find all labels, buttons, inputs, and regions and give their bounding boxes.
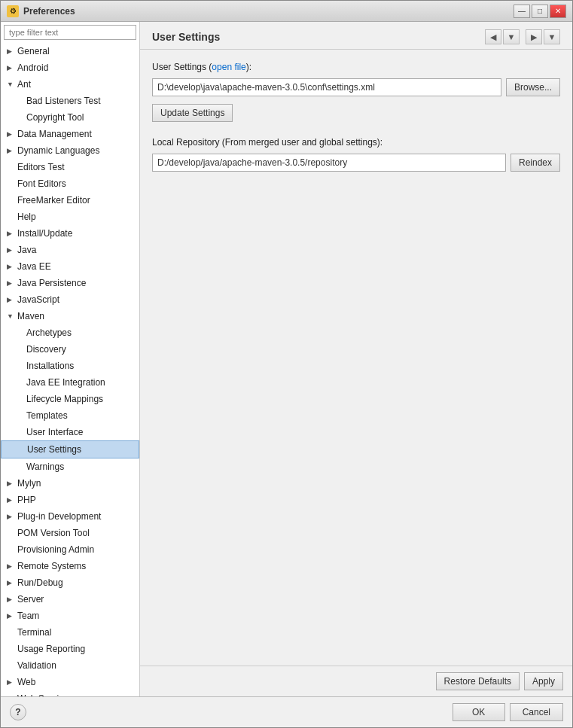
sidebar-item-warnings[interactable]: Warnings <box>1 458 139 475</box>
sidebar-item-run-debug[interactable]: ▶Run/Debug <box>1 574 139 591</box>
sidebar-item-java[interactable]: ▶Java <box>1 242 139 258</box>
close-button[interactable]: ✕ <box>550 5 566 18</box>
settings-path-input[interactable] <box>152 78 501 96</box>
sidebar-item-plugin-dev[interactable]: ▶Plug-in Development <box>1 508 139 525</box>
sidebar-item-java-ee[interactable]: ▶Java EE <box>1 258 139 275</box>
sidebar-item-ant[interactable]: ▼Ant <box>1 76 139 93</box>
arrow-icon: ▶ <box>7 243 14 257</box>
window-title: Preferences <box>23 6 514 17</box>
minimize-button[interactable]: — <box>514 5 530 18</box>
apply-button[interactable]: Apply <box>524 672 563 690</box>
panel-body: User Settings (open file): Browse... Upd… <box>140 50 572 666</box>
arrow-icon: ▶ <box>7 609 14 623</box>
browse-button[interactable]: Browse... <box>506 78 560 96</box>
forward-nav-button[interactable]: ▶ <box>526 29 542 44</box>
arrow-icon: ▶ <box>7 44 14 58</box>
arrow-icon: ▶ <box>7 144 14 157</box>
forward-button[interactable]: ▼ <box>503 29 520 44</box>
sidebar-item-freemarker[interactable]: FreeMarker Editor <box>1 192 139 209</box>
tree: ▶General ▶Android ▼Ant Bad Listeners Tes… <box>1 43 139 696</box>
sidebar-item-web-services[interactable]: ▶Web Services <box>1 690 139 696</box>
panel-header: User Settings ◀ ▼ ▶ ▼ <box>140 22 572 50</box>
sidebar-item-dynamic-lang[interactable]: ▶Dynamic Languages <box>1 142 139 159</box>
footer-right: OK Cancel <box>453 703 563 721</box>
sidebar-item-usage-reporting[interactable]: Usage Reporting <box>1 641 139 657</box>
user-settings-label: User Settings (open file): <box>152 62 560 72</box>
sidebar-item-general[interactable]: ▶General <box>1 43 139 59</box>
sidebar-item-install-update[interactable]: ▶Install/Update <box>1 225 139 242</box>
footer-bar: ? OK Cancel <box>1 696 572 727</box>
repo-path-row: Reindex <box>152 154 560 172</box>
sidebar-item-lifecycle[interactable]: Lifecycle Mappings <box>1 391 139 407</box>
back-button[interactable]: ◀ <box>485 29 501 44</box>
sidebar-item-javascript[interactable]: ▶JavaScript <box>1 291 139 308</box>
maximize-button[interactable]: □ <box>532 5 548 18</box>
user-settings-label-text: User Settings ( <box>152 62 212 72</box>
sidebar-item-php[interactable]: ▶PHP <box>1 492 139 508</box>
arrow-icon: ▶ <box>7 61 14 75</box>
restore-defaults-button[interactable]: Restore Defaults <box>436 672 520 690</box>
sidebar-item-templates[interactable]: Templates <box>1 407 139 424</box>
bottom-bar: Restore Defaults Apply <box>140 666 572 696</box>
local-repo-label: Local Repository (From merged user and g… <box>152 137 560 148</box>
arrow-icon: ▶ <box>7 227 14 240</box>
update-settings-btn-wrapper: Update Settings <box>152 104 560 122</box>
sidebar-item-font-editors[interactable]: Font Editors <box>1 175 139 192</box>
sidebar-item-team[interactable]: ▶Team <box>1 608 139 624</box>
arrow-icon: ▶ <box>7 675 14 689</box>
sidebar-item-terminal[interactable]: Terminal <box>1 624 139 641</box>
sidebar-item-remote-systems[interactable]: ▶Remote Systems <box>1 558 139 574</box>
sidebar-item-android[interactable]: ▶Android <box>1 59 139 76</box>
sidebar-item-server[interactable]: ▶Server <box>1 591 139 608</box>
sidebar-item-data-mgmt[interactable]: ▶Data Management <box>1 126 139 142</box>
sidebar-item-help[interactable]: Help <box>1 209 139 225</box>
sidebar-item-maven[interactable]: ▼Maven <box>1 308 139 324</box>
sidebar-item-java-persistence[interactable]: ▶Java Persistence <box>1 275 139 291</box>
arrow-icon: ▶ <box>7 510 14 523</box>
title-bar: ⚙ Preferences — □ ✕ <box>1 1 572 22</box>
arrow-icon: ▶ <box>7 127 14 141</box>
window-icon: ⚙ <box>7 5 19 17</box>
arrow-icon: ▶ <box>7 559 14 573</box>
arrow-icon: ▶ <box>7 260 14 273</box>
filter-input[interactable] <box>4 25 136 40</box>
arrow-icon: ▶ <box>7 276 14 290</box>
panel-title: User Settings <box>152 31 220 43</box>
sidebar-item-installations[interactable]: Installations <box>1 358 139 374</box>
arrow-icon: ▼ <box>7 78 14 91</box>
arrow-icon: ▶ <box>7 293 14 306</box>
user-settings-label-end: ): <box>246 62 251 72</box>
open-file-link[interactable]: open file <box>212 62 245 72</box>
sidebar-item-mylyn[interactable]: ▶Mylyn <box>1 475 139 492</box>
help-button[interactable]: ? <box>10 704 26 720</box>
arrow-icon: ▶ <box>7 576 14 589</box>
sidebar-item-copyright[interactable]: Copyright Tool <box>1 109 139 126</box>
right-panel: User Settings ◀ ▼ ▶ ▼ User Settings (ope… <box>140 22 572 696</box>
reindex-button[interactable]: Reindex <box>511 154 560 172</box>
arrow-icon: ▶ <box>7 592 14 606</box>
update-settings-button[interactable]: Update Settings <box>152 104 233 122</box>
settings-path-row: Browse... <box>152 78 560 96</box>
sidebar-item-bad-listeners[interactable]: Bad Listeners Test <box>1 93 139 109</box>
arrow-icon: ▶ <box>7 493 14 507</box>
panel-toolbar: ◀ ▼ ▶ ▼ <box>485 29 560 44</box>
arrow-icon: ▼ <box>7 309 14 323</box>
cancel-button[interactable]: Cancel <box>510 703 563 721</box>
sidebar-item-user-interface[interactable]: User Interface <box>1 424 139 440</box>
sidebar-item-web[interactable]: ▶Web <box>1 674 139 690</box>
nav-dropdown-button[interactable]: ▼ <box>544 29 560 44</box>
sidebar-item-archetypes[interactable]: Archetypes <box>1 324 139 341</box>
ok-button[interactable]: OK <box>453 703 505 721</box>
sidebar-item-provisioning[interactable]: Provisioning Admin <box>1 541 139 558</box>
sidebar-item-pom-version[interactable]: POM Version Tool <box>1 525 139 541</box>
preferences-window: ⚙ Preferences — □ ✕ ▶General ▶Android <box>0 0 573 728</box>
sidebar-item-editors-test[interactable]: Editors Test <box>1 159 139 175</box>
repo-path-input[interactable] <box>152 154 506 172</box>
sidebar-item-java-ee-integration[interactable]: Java EE Integration <box>1 374 139 391</box>
sidebar: ▶General ▶Android ▼Ant Bad Listeners Tes… <box>1 22 140 696</box>
main-content: ▶General ▶Android ▼Ant Bad Listeners Tes… <box>1 22 572 696</box>
sidebar-item-validation[interactable]: Validation <box>1 657 139 674</box>
sidebar-item-user-settings[interactable]: User Settings <box>1 440 139 458</box>
arrow-icon: ▶ <box>7 477 14 490</box>
sidebar-item-discovery[interactable]: Discovery <box>1 341 139 358</box>
